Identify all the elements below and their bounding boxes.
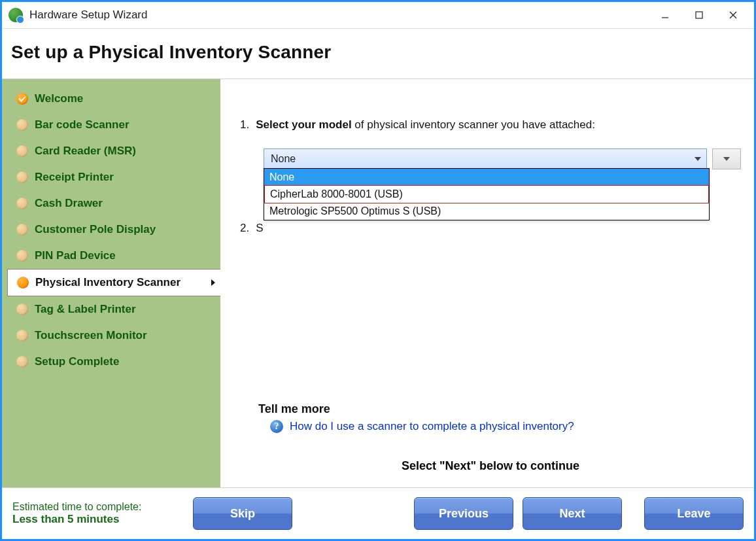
previous-button[interactable]: Previous bbox=[414, 497, 513, 530]
bullet-icon bbox=[16, 224, 28, 236]
model-dropdown-wrap: None None CipherLab 8000-8001 (USB) Metr… bbox=[264, 148, 741, 169]
tell-me-more-heading: Tell me more bbox=[258, 402, 741, 416]
body-row: Welcome Bar code Scanner Card Reader (MS… bbox=[2, 79, 754, 488]
wizard-window: Hardware Setup Wizard Set up a Physical … bbox=[0, 0, 756, 541]
chevron-down-icon bbox=[695, 157, 701, 161]
step-2-number: 2. bbox=[240, 222, 249, 235]
sidebar-item-label: Customer Pole Display bbox=[35, 223, 156, 236]
page-title: Set up a Physical Inventory Scanner bbox=[11, 42, 737, 63]
sidebar-item-welcome[interactable]: Welcome bbox=[2, 86, 220, 112]
step-2-visible-fragment: S bbox=[256, 222, 263, 234]
continue-hint: Select "Next" below to continue bbox=[240, 459, 741, 473]
sidebar-item-label: Touchscreen Monitor bbox=[35, 329, 147, 342]
close-icon bbox=[729, 10, 738, 20]
step-1: 1. Select your model of physical invento… bbox=[240, 118, 737, 131]
estimated-time-block: Estimated time to complete: Less than 5 … bbox=[12, 501, 182, 526]
sidebar-item-label: Tag & Label Printer bbox=[35, 303, 136, 316]
model-dropdown-list: None CipherLab 8000-8001 (USB) Metrologi… bbox=[264, 168, 710, 220]
skip-button[interactable]: Skip bbox=[193, 497, 292, 530]
maximize-icon bbox=[695, 10, 704, 20]
bullet-icon bbox=[16, 356, 28, 368]
bullet-icon bbox=[16, 171, 28, 183]
bullet-icon bbox=[16, 250, 28, 262]
estimated-time-label: Estimated time to complete: bbox=[12, 501, 182, 513]
sidebar-item-label: Receipt Printer bbox=[35, 171, 114, 184]
sidebar-item-label: Card Reader (MSR) bbox=[35, 145, 136, 158]
close-button[interactable] bbox=[716, 5, 750, 25]
sidebar-item-label: Physical Inventory Scanner bbox=[35, 276, 180, 289]
model-option-cipherlab[interactable]: CipherLab 8000-8001 (USB) bbox=[264, 185, 709, 203]
step-2: 2. S bbox=[240, 222, 737, 235]
minimize-button[interactable] bbox=[648, 5, 682, 25]
step-2-text: S bbox=[256, 222, 263, 235]
leave-button[interactable]: Leave bbox=[644, 497, 744, 530]
right-button-group: Leave bbox=[644, 497, 744, 530]
bullet-icon bbox=[16, 145, 28, 157]
estimated-time-value: Less than 5 minutes bbox=[12, 513, 182, 526]
sidebar-item-label: PIN Pad Device bbox=[35, 249, 116, 262]
sidebar-item-pole-display[interactable]: Customer Pole Display bbox=[2, 217, 220, 243]
sidebar-item-receipt-printer[interactable]: Receipt Printer bbox=[2, 164, 220, 190]
page-title-band: Set up a Physical Inventory Scanner bbox=[2, 29, 754, 79]
sidebar-item-label: Cash Drawer bbox=[35, 197, 103, 210]
sidebar-item-setup-complete[interactable]: Setup Complete bbox=[2, 349, 220, 375]
wizard-sidebar: Welcome Bar code Scanner Card Reader (MS… bbox=[2, 79, 220, 487]
step-1-bold: Select your model bbox=[256, 118, 351, 131]
spacer bbox=[240, 252, 741, 383]
sidebar-item-cash-drawer[interactable]: Cash Drawer bbox=[2, 190, 220, 217]
sidebar-item-label: Welcome bbox=[35, 92, 83, 105]
model-dropdown-value: None bbox=[271, 153, 296, 165]
bullet-icon bbox=[16, 119, 28, 131]
sidebar-item-barcode-scanner[interactable]: Bar code Scanner bbox=[2, 112, 220, 138]
model-option-metrologic[interactable]: Metrologic SP5500 Optimus S (USB) bbox=[264, 203, 709, 220]
sidebar-item-touchscreen-monitor[interactable]: Touchscreen Monitor bbox=[2, 323, 220, 349]
model-option-none[interactable]: None bbox=[264, 169, 709, 186]
maximize-button[interactable] bbox=[682, 5, 716, 25]
nav-button-group: Previous Next bbox=[414, 497, 622, 530]
sidebar-item-physical-inventory-scanner[interactable]: Physical Inventory Scanner bbox=[7, 269, 220, 296]
minimize-icon bbox=[661, 10, 670, 20]
next-button[interactable]: Next bbox=[523, 497, 622, 530]
help-row: ? How do I use a scanner to complete a p… bbox=[270, 420, 741, 433]
step-1-rest: of physical inventory scanner you have a… bbox=[352, 118, 595, 131]
bullet-icon bbox=[16, 330, 28, 341]
window-title: Hardware Setup Wizard bbox=[29, 9, 648, 22]
check-icon bbox=[16, 93, 28, 105]
help-icon: ? bbox=[270, 420, 283, 433]
svg-rect-1 bbox=[696, 12, 702, 18]
titlebar: Hardware Setup Wizard bbox=[2, 2, 754, 29]
bullet-icon bbox=[16, 198, 28, 209]
step-1-number: 1. bbox=[240, 118, 249, 131]
wizard-footer: Estimated time to complete: Less than 5 … bbox=[2, 488, 754, 539]
model-dropdown[interactable]: None bbox=[264, 148, 707, 169]
bullet-icon bbox=[16, 304, 28, 315]
sidebar-item-tag-label-printer[interactable]: Tag & Label Printer bbox=[2, 296, 220, 323]
step-1-text: Select your model of physical inventory … bbox=[256, 118, 595, 131]
active-bullet-icon bbox=[17, 277, 29, 288]
window-controls bbox=[648, 5, 750, 25]
sidebar-item-card-reader[interactable]: Card Reader (MSR) bbox=[2, 138, 220, 164]
help-link[interactable]: How do I use a scanner to complete a phy… bbox=[290, 420, 574, 433]
sidebar-item-pin-pad[interactable]: PIN Pad Device bbox=[2, 243, 220, 269]
sidebar-item-label: Setup Complete bbox=[35, 355, 119, 368]
app-icon bbox=[9, 8, 23, 22]
model-dropdown-aux-button[interactable] bbox=[712, 148, 741, 169]
main-panel: 1. Select your model of physical invento… bbox=[220, 79, 754, 487]
sidebar-item-label: Bar code Scanner bbox=[35, 118, 129, 131]
